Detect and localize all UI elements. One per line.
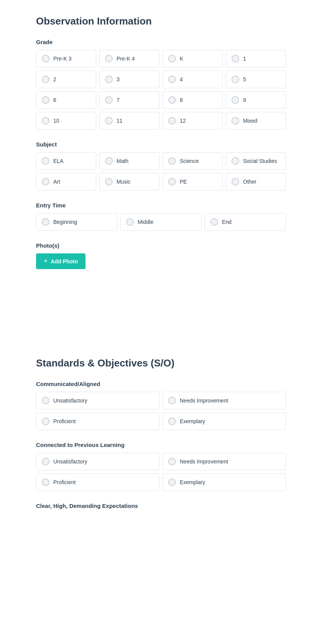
radio-circle xyxy=(168,458,176,465)
grade-option-label: 12 xyxy=(180,117,186,124)
section-spacer xyxy=(36,281,286,357)
entry-time-option-middle[interactable]: Middle xyxy=(120,213,202,231)
communicated-aligned-field-group: Communicated/Aligned Unsatisfactory Need… xyxy=(36,381,286,430)
radio-circle xyxy=(105,96,113,104)
grade-option-4[interactable]: 4 xyxy=(163,71,223,88)
entry-time-option-end[interactable]: End xyxy=(205,213,286,231)
radio-circle xyxy=(210,218,218,226)
radio-circle xyxy=(232,157,239,165)
subject-field-group: Subject ELA Math Science Social Studies … xyxy=(36,141,286,191)
radio-circle xyxy=(168,178,176,186)
subject-option-music[interactable]: Music xyxy=(99,173,159,191)
communicated-aligned-options-grid: Unsatisfactory Needs Improvement Profici… xyxy=(36,392,286,430)
grade-option-3[interactable]: 3 xyxy=(99,71,159,88)
entry-time-option-label: Beginning xyxy=(53,219,77,225)
grade-option-label: 10 xyxy=(53,117,59,124)
communicated-option-proficient[interactable]: Proficient xyxy=(36,412,159,430)
radio-circle xyxy=(168,397,176,404)
subject-option-label: PE xyxy=(180,178,187,185)
grade-option-11[interactable]: 11 xyxy=(99,112,159,130)
radio-circle xyxy=(42,478,49,486)
communicated-option-unsatisfactory[interactable]: Unsatisfactory xyxy=(36,392,159,409)
radio-circle xyxy=(42,178,49,186)
radio-circle xyxy=(126,218,134,226)
grade-option-12[interactable]: 12 xyxy=(163,112,223,130)
grade-option-label: 9 xyxy=(243,97,246,104)
subject-option-ela[interactable]: ELA xyxy=(36,152,96,170)
section1-title: Observation Information xyxy=(36,15,286,27)
subject-option-label: Science xyxy=(180,158,199,164)
grade-option-label: 7 xyxy=(117,97,120,104)
connected-option-label: Exemplary xyxy=(180,479,205,486)
connected-option-unsatisfactory[interactable]: Unsatisfactory xyxy=(36,453,159,470)
grade-options-grid: Pre-K 3 Pre-K 4 K 1 2 3 xyxy=(36,50,286,130)
communicated-option-label: Exemplary xyxy=(180,418,205,425)
entry-time-option-label: End xyxy=(222,219,232,225)
radio-circle xyxy=(42,417,49,425)
grade-option-label: 6 xyxy=(53,97,56,104)
connected-option-proficient[interactable]: Proficient xyxy=(36,473,159,491)
grade-option-prek4[interactable]: Pre-K 4 xyxy=(99,50,159,67)
radio-circle xyxy=(42,55,49,62)
grade-option-2[interactable]: 2 xyxy=(36,71,96,88)
subject-option-other[interactable]: Other xyxy=(226,173,286,191)
communicated-option-label: Needs Improvement xyxy=(180,397,228,404)
radio-circle xyxy=(42,157,49,165)
subject-option-pe[interactable]: PE xyxy=(163,173,223,191)
grade-option-9[interactable]: 9 xyxy=(226,91,286,109)
grade-option-label: K xyxy=(180,55,183,62)
subject-option-science[interactable]: Science xyxy=(163,152,223,170)
grade-option-k[interactable]: K xyxy=(163,50,223,67)
communicated-option-exemplary[interactable]: Exemplary xyxy=(163,412,286,430)
plus-icon: + xyxy=(44,257,48,265)
grade-option-label: 1 xyxy=(243,55,246,62)
radio-circle xyxy=(105,55,113,62)
communicated-option-needs-improvement[interactable]: Needs Improvement xyxy=(163,392,286,409)
grade-option-8[interactable]: 8 xyxy=(163,91,223,109)
radio-circle xyxy=(168,157,176,165)
connected-option-exemplary[interactable]: Exemplary xyxy=(163,473,286,491)
radio-circle xyxy=(232,178,239,186)
connected-option-needs-improvement[interactable]: Needs Improvement xyxy=(163,453,286,470)
grade-option-1[interactable]: 1 xyxy=(226,50,286,67)
communicated-option-label: Unsatisfactory xyxy=(53,397,87,404)
grade-option-6[interactable]: 6 xyxy=(36,91,96,109)
subject-option-label: Social Studies xyxy=(243,158,277,164)
subject-label: Subject xyxy=(36,141,286,148)
subject-option-label: Music xyxy=(117,178,131,185)
entry-time-options-grid: Beginning Middle End xyxy=(36,213,286,231)
grade-option-mixed[interactable]: Mixed xyxy=(226,112,286,130)
add-photo-button[interactable]: + Add Photo xyxy=(36,253,85,269)
communicated-aligned-label: Communicated/Aligned xyxy=(36,381,286,387)
radio-circle xyxy=(232,117,239,125)
radio-circle xyxy=(168,96,176,104)
radio-circle xyxy=(42,76,49,83)
radio-circle xyxy=(168,417,176,425)
subject-option-art[interactable]: Art xyxy=(36,173,96,191)
entry-time-field-group: Entry Time Beginning Middle End xyxy=(36,202,286,231)
grade-option-10[interactable]: 10 xyxy=(36,112,96,130)
grade-option-label: Pre-K 4 xyxy=(117,55,135,62)
radio-circle xyxy=(105,76,113,83)
section2-title: Standards & Objectives (S/O) xyxy=(36,357,286,369)
connected-option-label: Proficient xyxy=(53,479,76,486)
grade-option-5[interactable]: 5 xyxy=(226,71,286,88)
grade-option-7[interactable]: 7 xyxy=(99,91,159,109)
radio-circle xyxy=(168,478,176,486)
radio-circle xyxy=(42,96,49,104)
subject-option-math[interactable]: Math xyxy=(99,152,159,170)
subject-options-grid: ELA Math Science Social Studies Art Musi… xyxy=(36,152,286,191)
subject-option-label: Art xyxy=(53,178,60,185)
grade-option-label: 11 xyxy=(117,117,123,124)
radio-circle xyxy=(42,458,49,465)
radio-circle xyxy=(42,117,49,125)
connected-previous-options-grid: Unsatisfactory Needs Improvement Profici… xyxy=(36,453,286,491)
photos-label: Photo(s) xyxy=(36,242,286,249)
subject-option-social-studies[interactable]: Social Studies xyxy=(226,152,286,170)
grade-option-label: 8 xyxy=(180,97,183,104)
grade-option-prek3[interactable]: Pre-K 3 xyxy=(36,50,96,67)
entry-time-option-beginning[interactable]: Beginning xyxy=(36,213,117,231)
clear-high-field-group: Clear, High, Demanding Expectations xyxy=(36,503,286,509)
radio-circle xyxy=(42,218,49,226)
radio-circle xyxy=(168,117,176,125)
